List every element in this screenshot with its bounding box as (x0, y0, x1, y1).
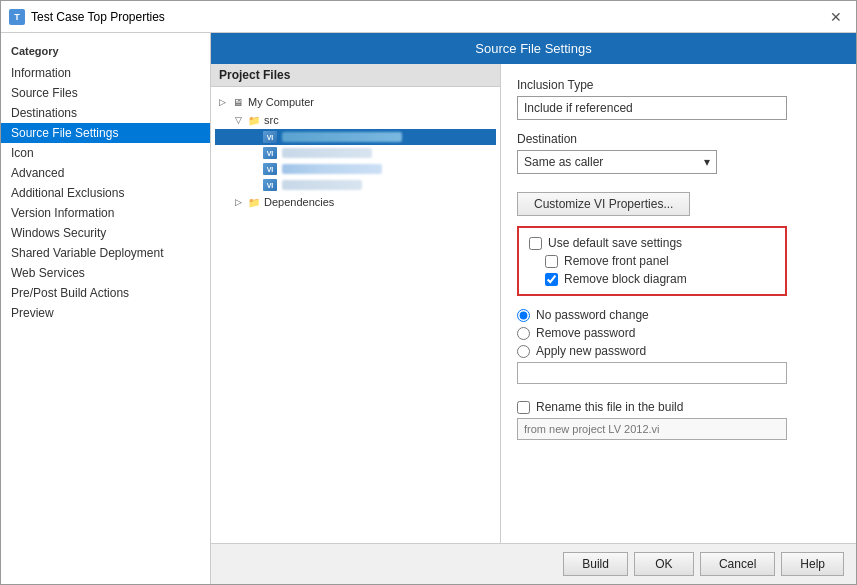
vi-file-icon-1: VI (263, 131, 277, 143)
vi-file-icon-4: VI (263, 179, 277, 191)
project-files-content: ▷ 🖥 My Computer ▽ 📁 src (211, 87, 500, 543)
remove-block-diagram-label: Remove block diagram (564, 272, 687, 286)
sidebar-item-web-services[interactable]: Web Services (1, 263, 210, 283)
file-label-4 (282, 180, 362, 190)
sidebar-item-additional-exclusions[interactable]: Additional Exclusions (1, 183, 210, 203)
content-area: Category Information Source Files Destin… (1, 33, 856, 584)
sidebar: Category Information Source Files Destin… (1, 33, 211, 584)
file-label-2 (282, 148, 372, 158)
bottom-bar: Build OK Cancel Help (211, 543, 856, 584)
customize-vi-properties-button[interactable]: Customize VI Properties... (517, 192, 690, 216)
password-input[interactable] (517, 362, 787, 384)
ok-button[interactable]: OK (634, 552, 694, 576)
sidebar-item-source-files[interactable]: Source Files (1, 83, 210, 103)
main-panel: Source File Settings Project Files ▷ 🖥 M… (211, 33, 856, 584)
destination-label: Destination (517, 132, 840, 146)
no-password-change-row: No password change (517, 308, 840, 322)
use-default-save-label: Use default save settings (548, 236, 682, 250)
sidebar-item-information[interactable]: Information (1, 63, 210, 83)
remove-front-panel-checkbox[interactable] (545, 255, 558, 268)
project-files-header: Project Files (211, 64, 500, 87)
close-button[interactable]: ✕ (824, 7, 848, 27)
panel-header: Source File Settings (211, 33, 856, 64)
tree-arrow-computer: ▷ (219, 97, 231, 107)
rename-checkbox[interactable] (517, 401, 530, 414)
sidebar-item-destinations[interactable]: Destinations (1, 103, 210, 123)
remove-front-panel-label: Remove front panel (564, 254, 669, 268)
sidebar-item-source-file-settings[interactable]: Source File Settings (1, 123, 210, 143)
computer-icon: 🖥 (231, 95, 245, 109)
remove-front-panel-row: Remove front panel (529, 254, 775, 268)
tree-arrow-src: ▽ (235, 115, 247, 125)
sidebar-item-advanced[interactable]: Advanced (1, 163, 210, 183)
help-button[interactable]: Help (781, 552, 844, 576)
remove-password-radio[interactable] (517, 327, 530, 340)
inclusion-type-value: Include if referenced (517, 96, 787, 120)
no-password-change-label: No password change (536, 308, 649, 322)
build-button[interactable]: Build (563, 552, 628, 576)
tree-item-file-3[interactable]: VI (215, 161, 496, 177)
inclusion-type-group: Inclusion Type Include if referenced (517, 78, 840, 120)
apply-new-password-row: Apply new password (517, 344, 840, 358)
password-radio-group: No password change Remove password Apply… (517, 308, 840, 388)
file-label-1 (282, 132, 402, 142)
no-password-change-radio[interactable] (517, 309, 530, 322)
folder-icon-src: 📁 (247, 113, 261, 127)
apply-new-password-radio[interactable] (517, 345, 530, 358)
sidebar-item-windows-security[interactable]: Windows Security (1, 223, 210, 243)
sidebar-item-version-information[interactable]: Version Information (1, 203, 210, 223)
title-bar: T Test Case Top Properties ✕ (1, 1, 856, 33)
sidebar-item-icon[interactable]: Icon (1, 143, 210, 163)
destination-select[interactable]: Same as caller ▾ (517, 150, 717, 174)
remove-block-diagram-checkbox[interactable] (545, 273, 558, 286)
panel-body: Project Files ▷ 🖥 My Computer ▽ 📁 sr (211, 64, 856, 543)
destination-group: Destination Same as caller ▾ (517, 132, 840, 174)
vi-file-icon-3: VI (263, 163, 277, 175)
tree-item-src[interactable]: ▽ 📁 src (215, 111, 496, 129)
title-bar-text: Test Case Top Properties (31, 10, 824, 24)
project-files-panel: Project Files ▷ 🖥 My Computer ▽ 📁 sr (211, 64, 501, 543)
apply-new-password-label: Apply new password (536, 344, 646, 358)
use-default-save-checkbox[interactable] (529, 237, 542, 250)
remove-password-row: Remove password (517, 326, 840, 340)
settings-panel: Inclusion Type Include if referenced Des… (501, 64, 856, 543)
vi-file-icon-2: VI (263, 147, 277, 159)
sidebar-item-preview[interactable]: Preview (1, 303, 210, 323)
rename-label: Rename this file in the build (536, 400, 683, 414)
checkbox-bordered-group: Use default save settings Remove front p… (517, 226, 787, 296)
file-label-3 (282, 164, 382, 174)
use-default-save-row: Use default save settings (529, 236, 775, 250)
tree-label-src: src (264, 114, 279, 126)
remove-block-diagram-row: Remove block diagram (529, 272, 775, 286)
inclusion-type-label: Inclusion Type (517, 78, 840, 92)
tree-label-computer: My Computer (248, 96, 314, 108)
dropdown-arrow-icon: ▾ (704, 155, 710, 169)
rename-input[interactable] (517, 418, 787, 440)
window-icon-text: T (14, 12, 20, 22)
main-window: T Test Case Top Properties ✕ Category In… (0, 0, 857, 585)
remove-password-label: Remove password (536, 326, 635, 340)
rename-section: Rename this file in the build (517, 400, 840, 440)
tree-item-file-4[interactable]: VI (215, 177, 496, 193)
sidebar-item-shared-variable-deployment[interactable]: Shared Variable Deployment (1, 243, 210, 263)
sidebar-item-pre-post-build-actions[interactable]: Pre/Post Build Actions (1, 283, 210, 303)
window-icon: T (9, 9, 25, 25)
tree-item-dependencies[interactable]: ▷ 📁 Dependencies (215, 193, 496, 211)
destination-value: Same as caller (524, 155, 603, 169)
tree-label-deps: Dependencies (264, 196, 334, 208)
tree-item-file-1[interactable]: VI (215, 129, 496, 145)
folder-icon-deps: 📁 (247, 195, 261, 209)
tree-arrow-deps: ▷ (235, 197, 247, 207)
cancel-button[interactable]: Cancel (700, 552, 775, 576)
tree-item-file-2[interactable]: VI (215, 145, 496, 161)
rename-checkbox-row: Rename this file in the build (517, 400, 840, 414)
tree-item-my-computer[interactable]: ▷ 🖥 My Computer (215, 93, 496, 111)
sidebar-category-label: Category (1, 41, 210, 63)
